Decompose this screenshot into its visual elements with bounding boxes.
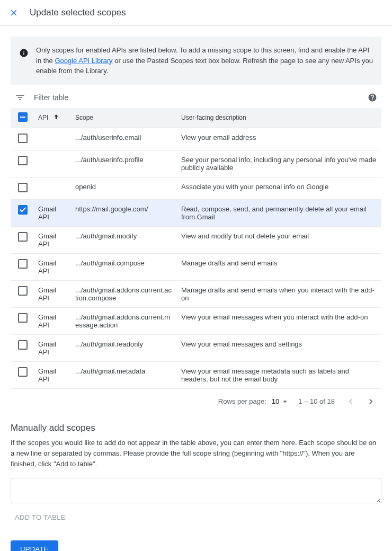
row-checkbox[interactable] xyxy=(18,259,28,269)
cell-description: View your email messages when you intera… xyxy=(177,307,381,334)
cell-scope: .../auth/gmail.addons.current.action.com… xyxy=(71,280,177,307)
row-checkbox[interactable] xyxy=(18,286,28,296)
column-header-scope[interactable]: Scope xyxy=(71,108,177,128)
table-row: Gmail API.../auth/gmail.metadataView you… xyxy=(11,361,381,388)
cell-description: View your email message metadata such as… xyxy=(177,361,381,388)
pagination: Rows per page: 10 1 – 10 of 18 xyxy=(11,389,381,419)
dropdown-icon xyxy=(280,397,290,406)
cell-api xyxy=(34,177,71,199)
table-row: Gmail API.../auth/gmail.readonlyView you… xyxy=(11,334,381,361)
close-icon[interactable] xyxy=(6,5,21,20)
cell-api: Gmail API xyxy=(34,334,71,361)
cell-api: Gmail API xyxy=(34,361,71,388)
pagination-range: 1 – 10 of 18 xyxy=(298,397,335,405)
cell-description: See your personal info, including any pe… xyxy=(177,150,381,177)
cell-description: View and modify but not delete your emai… xyxy=(177,226,381,253)
cell-description: Manage drafts and send emails xyxy=(177,253,381,280)
cell-scope: https://mail.google.com/ xyxy=(71,199,177,226)
row-checkbox[interactable] xyxy=(18,183,28,192)
help-icon[interactable] xyxy=(368,93,377,102)
table-row: Gmail APIhttps://mail.google.com/Read, c… xyxy=(11,199,381,226)
filter-row xyxy=(11,87,381,108)
cell-scope: .../auth/gmail.readonly xyxy=(71,334,177,361)
cell-api: Gmail API xyxy=(34,280,71,307)
sort-asc-icon xyxy=(52,115,60,122)
select-all-checkbox[interactable] xyxy=(18,112,28,122)
table-row: Gmail API.../auth/gmail.composeManage dr… xyxy=(11,253,381,280)
row-checkbox[interactable] xyxy=(18,134,28,143)
add-to-table-button[interactable]: ADD TO TABLE xyxy=(11,505,70,530)
rows-per-page-label: Rows per page: xyxy=(218,397,266,405)
rows-per-page-value: 10 xyxy=(272,397,279,405)
manual-scopes-description: If the scopes you would like to add do n… xyxy=(11,438,381,469)
table-row: .../auth/userinfo.profileSee your person… xyxy=(11,150,381,177)
cell-scope: .../auth/gmail.metadata xyxy=(71,361,177,388)
api-library-link[interactable]: Google API Library xyxy=(55,57,112,65)
row-checkbox[interactable] xyxy=(18,156,28,165)
manual-scopes-textarea[interactable] xyxy=(11,478,381,503)
table-row: Gmail API.../auth/gmail.addons.current.m… xyxy=(11,307,381,334)
cell-scope: .../auth/userinfo.email xyxy=(71,128,177,150)
cell-api: Gmail API xyxy=(34,226,71,253)
update-button[interactable]: UPDATE xyxy=(11,540,58,551)
cell-api xyxy=(34,128,71,150)
column-header-api[interactable]: API xyxy=(34,108,71,128)
page-title: Update selected scopes xyxy=(30,7,126,18)
cell-description: Manage drafts and send emails when you i… xyxy=(177,280,381,307)
cell-scope: openid xyxy=(71,177,177,199)
cell-api xyxy=(34,150,71,177)
cell-description: Read, compose, send, and permanently del… xyxy=(177,199,381,226)
cell-api: Gmail API xyxy=(34,307,71,334)
manual-scopes-title: Manually add scopes xyxy=(11,423,381,433)
cell-description: Associate you with your personal info on… xyxy=(177,177,381,199)
table-row: Gmail API.../auth/gmail.modifyView and m… xyxy=(11,226,381,253)
info-icon xyxy=(19,48,29,58)
cell-scope: .../auth/gmail.compose xyxy=(71,253,177,280)
cell-description: View your email address xyxy=(177,128,381,150)
column-header-description[interactable]: User-facing description xyxy=(177,108,381,128)
row-checkbox[interactable] xyxy=(18,340,28,350)
column-header-api-label: API xyxy=(38,113,48,121)
rows-per-page-select[interactable]: 10 xyxy=(272,397,290,406)
row-checkbox[interactable] xyxy=(18,313,28,323)
filter-input[interactable] xyxy=(33,93,363,102)
filter-icon[interactable] xyxy=(15,92,25,103)
table-row: Gmail API.../auth/gmail.addons.current.a… xyxy=(11,280,381,307)
row-checkbox[interactable] xyxy=(18,205,28,215)
info-banner: Only scopes for enabled APIs are listed … xyxy=(11,37,381,85)
scopes-table: API Scope User-facing description .../au… xyxy=(11,108,381,389)
cell-api: Gmail API xyxy=(34,253,71,280)
cell-scope: .../auth/userinfo.profile xyxy=(71,150,177,177)
next-page-button[interactable] xyxy=(363,394,378,409)
row-checkbox[interactable] xyxy=(18,367,28,377)
dialog-header: Update selected scopes xyxy=(0,0,392,26)
prev-page-button[interactable] xyxy=(343,394,358,409)
row-checkbox[interactable] xyxy=(18,232,28,242)
cell-scope: .../auth/gmail.addons.current.message.ac… xyxy=(71,307,177,334)
cell-api: Gmail API xyxy=(34,199,71,226)
table-row: openidAssociate you with your personal i… xyxy=(11,177,381,199)
cell-description: View your email messages and settings xyxy=(177,334,381,361)
table-row: .../auth/userinfo.emailView your email a… xyxy=(11,128,381,150)
cell-scope: .../auth/gmail.modify xyxy=(71,226,177,253)
